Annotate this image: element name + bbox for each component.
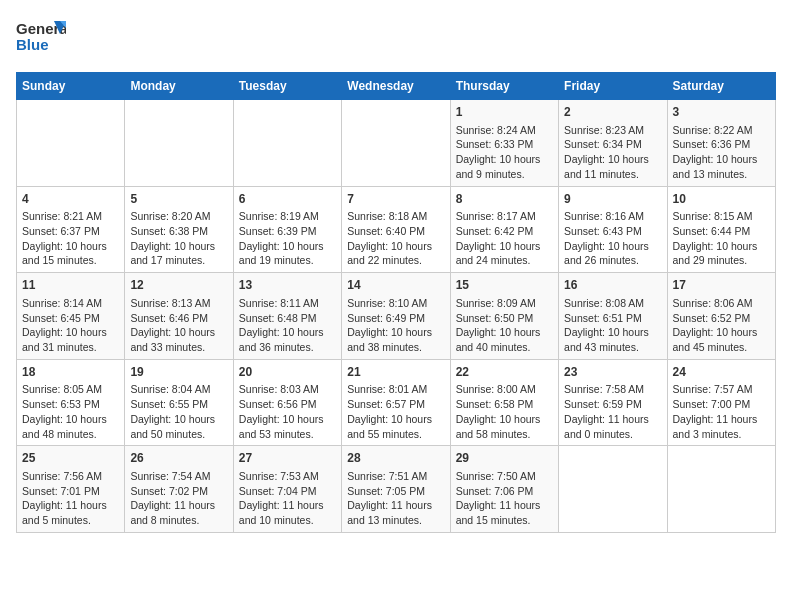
day-number: 13 xyxy=(239,277,336,294)
calendar-cell: 13Sunrise: 8:11 AM Sunset: 6:48 PM Dayli… xyxy=(233,273,341,360)
calendar-week-row: 1Sunrise: 8:24 AM Sunset: 6:33 PM Daylig… xyxy=(17,100,776,187)
day-info: Sunrise: 7:57 AM Sunset: 7:00 PM Dayligh… xyxy=(673,382,770,441)
day-info: Sunrise: 8:20 AM Sunset: 6:38 PM Dayligh… xyxy=(130,209,227,268)
calendar-cell: 2Sunrise: 8:23 AM Sunset: 6:34 PM Daylig… xyxy=(559,100,667,187)
calendar-cell xyxy=(342,100,450,187)
calendar-header-row: SundayMondayTuesdayWednesdayThursdayFrid… xyxy=(17,73,776,100)
day-info: Sunrise: 7:51 AM Sunset: 7:05 PM Dayligh… xyxy=(347,469,444,528)
calendar-cell xyxy=(559,446,667,533)
day-info: Sunrise: 8:15 AM Sunset: 6:44 PM Dayligh… xyxy=(673,209,770,268)
column-header-wednesday: Wednesday xyxy=(342,73,450,100)
day-info: Sunrise: 8:19 AM Sunset: 6:39 PM Dayligh… xyxy=(239,209,336,268)
day-info: Sunrise: 8:24 AM Sunset: 6:33 PM Dayligh… xyxy=(456,123,553,182)
day-number: 18 xyxy=(22,364,119,381)
calendar-cell: 17Sunrise: 8:06 AM Sunset: 6:52 PM Dayli… xyxy=(667,273,775,360)
day-info: Sunrise: 8:08 AM Sunset: 6:51 PM Dayligh… xyxy=(564,296,661,355)
column-header-monday: Monday xyxy=(125,73,233,100)
calendar-cell: 14Sunrise: 8:10 AM Sunset: 6:49 PM Dayli… xyxy=(342,273,450,360)
calendar-table: SundayMondayTuesdayWednesdayThursdayFrid… xyxy=(16,72,776,533)
day-number: 23 xyxy=(564,364,661,381)
calendar-week-row: 18Sunrise: 8:05 AM Sunset: 6:53 PM Dayli… xyxy=(17,359,776,446)
day-number: 17 xyxy=(673,277,770,294)
calendar-week-row: 25Sunrise: 7:56 AM Sunset: 7:01 PM Dayli… xyxy=(17,446,776,533)
calendar-cell: 15Sunrise: 8:09 AM Sunset: 6:50 PM Dayli… xyxy=(450,273,558,360)
day-number: 21 xyxy=(347,364,444,381)
calendar-cell: 24Sunrise: 7:57 AM Sunset: 7:00 PM Dayli… xyxy=(667,359,775,446)
calendar-cell: 25Sunrise: 7:56 AM Sunset: 7:01 PM Dayli… xyxy=(17,446,125,533)
calendar-cell: 19Sunrise: 8:04 AM Sunset: 6:55 PM Dayli… xyxy=(125,359,233,446)
calendar-body: 1Sunrise: 8:24 AM Sunset: 6:33 PM Daylig… xyxy=(17,100,776,533)
calendar-cell: 23Sunrise: 7:58 AM Sunset: 6:59 PM Dayli… xyxy=(559,359,667,446)
day-number: 24 xyxy=(673,364,770,381)
day-number: 8 xyxy=(456,191,553,208)
day-number: 9 xyxy=(564,191,661,208)
day-number: 14 xyxy=(347,277,444,294)
calendar-cell xyxy=(17,100,125,187)
day-info: Sunrise: 7:50 AM Sunset: 7:06 PM Dayligh… xyxy=(456,469,553,528)
day-number: 22 xyxy=(456,364,553,381)
day-number: 5 xyxy=(130,191,227,208)
day-number: 3 xyxy=(673,104,770,121)
day-info: Sunrise: 8:04 AM Sunset: 6:55 PM Dayligh… xyxy=(130,382,227,441)
calendar-cell: 22Sunrise: 8:00 AM Sunset: 6:58 PM Dayli… xyxy=(450,359,558,446)
calendar-cell: 10Sunrise: 8:15 AM Sunset: 6:44 PM Dayli… xyxy=(667,186,775,273)
svg-text:Blue: Blue xyxy=(16,36,49,53)
calendar-cell: 28Sunrise: 7:51 AM Sunset: 7:05 PM Dayli… xyxy=(342,446,450,533)
calendar-cell: 4Sunrise: 8:21 AM Sunset: 6:37 PM Daylig… xyxy=(17,186,125,273)
day-number: 26 xyxy=(130,450,227,467)
day-number: 2 xyxy=(564,104,661,121)
day-info: Sunrise: 8:23 AM Sunset: 6:34 PM Dayligh… xyxy=(564,123,661,182)
day-info: Sunrise: 8:21 AM Sunset: 6:37 PM Dayligh… xyxy=(22,209,119,268)
calendar-cell: 7Sunrise: 8:18 AM Sunset: 6:40 PM Daylig… xyxy=(342,186,450,273)
calendar-cell: 9Sunrise: 8:16 AM Sunset: 6:43 PM Daylig… xyxy=(559,186,667,273)
day-number: 4 xyxy=(22,191,119,208)
day-number: 29 xyxy=(456,450,553,467)
day-number: 1 xyxy=(456,104,553,121)
day-info: Sunrise: 8:10 AM Sunset: 6:49 PM Dayligh… xyxy=(347,296,444,355)
day-info: Sunrise: 8:00 AM Sunset: 6:58 PM Dayligh… xyxy=(456,382,553,441)
day-info: Sunrise: 8:16 AM Sunset: 6:43 PM Dayligh… xyxy=(564,209,661,268)
logo-graphic: General Blue xyxy=(16,16,66,64)
calendar-cell: 16Sunrise: 8:08 AM Sunset: 6:51 PM Dayli… xyxy=(559,273,667,360)
calendar-cell: 26Sunrise: 7:54 AM Sunset: 7:02 PM Dayli… xyxy=(125,446,233,533)
day-info: Sunrise: 8:06 AM Sunset: 6:52 PM Dayligh… xyxy=(673,296,770,355)
calendar-week-row: 11Sunrise: 8:14 AM Sunset: 6:45 PM Dayli… xyxy=(17,273,776,360)
day-number: 15 xyxy=(456,277,553,294)
day-number: 20 xyxy=(239,364,336,381)
day-number: 10 xyxy=(673,191,770,208)
column-header-friday: Friday xyxy=(559,73,667,100)
day-info: Sunrise: 8:01 AM Sunset: 6:57 PM Dayligh… xyxy=(347,382,444,441)
day-number: 25 xyxy=(22,450,119,467)
day-info: Sunrise: 8:05 AM Sunset: 6:53 PM Dayligh… xyxy=(22,382,119,441)
calendar-cell: 27Sunrise: 7:53 AM Sunset: 7:04 PM Dayli… xyxy=(233,446,341,533)
day-number: 28 xyxy=(347,450,444,467)
day-info: Sunrise: 8:17 AM Sunset: 6:42 PM Dayligh… xyxy=(456,209,553,268)
logo: General Blue xyxy=(16,16,66,64)
day-info: Sunrise: 8:18 AM Sunset: 6:40 PM Dayligh… xyxy=(347,209,444,268)
day-info: Sunrise: 7:53 AM Sunset: 7:04 PM Dayligh… xyxy=(239,469,336,528)
day-info: Sunrise: 8:14 AM Sunset: 6:45 PM Dayligh… xyxy=(22,296,119,355)
day-info: Sunrise: 8:22 AM Sunset: 6:36 PM Dayligh… xyxy=(673,123,770,182)
calendar-cell: 8Sunrise: 8:17 AM Sunset: 6:42 PM Daylig… xyxy=(450,186,558,273)
calendar-cell: 3Sunrise: 8:22 AM Sunset: 6:36 PM Daylig… xyxy=(667,100,775,187)
day-number: 16 xyxy=(564,277,661,294)
calendar-week-row: 4Sunrise: 8:21 AM Sunset: 6:37 PM Daylig… xyxy=(17,186,776,273)
calendar-cell: 21Sunrise: 8:01 AM Sunset: 6:57 PM Dayli… xyxy=(342,359,450,446)
day-info: Sunrise: 8:09 AM Sunset: 6:50 PM Dayligh… xyxy=(456,296,553,355)
calendar-cell: 6Sunrise: 8:19 AM Sunset: 6:39 PM Daylig… xyxy=(233,186,341,273)
calendar-cell xyxy=(125,100,233,187)
calendar-cell: 5Sunrise: 8:20 AM Sunset: 6:38 PM Daylig… xyxy=(125,186,233,273)
day-info: Sunrise: 7:56 AM Sunset: 7:01 PM Dayligh… xyxy=(22,469,119,528)
day-info: Sunrise: 8:11 AM Sunset: 6:48 PM Dayligh… xyxy=(239,296,336,355)
calendar-cell xyxy=(233,100,341,187)
calendar-cell: 1Sunrise: 8:24 AM Sunset: 6:33 PM Daylig… xyxy=(450,100,558,187)
day-info: Sunrise: 8:03 AM Sunset: 6:56 PM Dayligh… xyxy=(239,382,336,441)
column-header-thursday: Thursday xyxy=(450,73,558,100)
day-number: 7 xyxy=(347,191,444,208)
day-number: 19 xyxy=(130,364,227,381)
day-number: 6 xyxy=(239,191,336,208)
column-header-saturday: Saturday xyxy=(667,73,775,100)
calendar-cell: 20Sunrise: 8:03 AM Sunset: 6:56 PM Dayli… xyxy=(233,359,341,446)
day-number: 11 xyxy=(22,277,119,294)
header: General Blue xyxy=(16,16,776,64)
